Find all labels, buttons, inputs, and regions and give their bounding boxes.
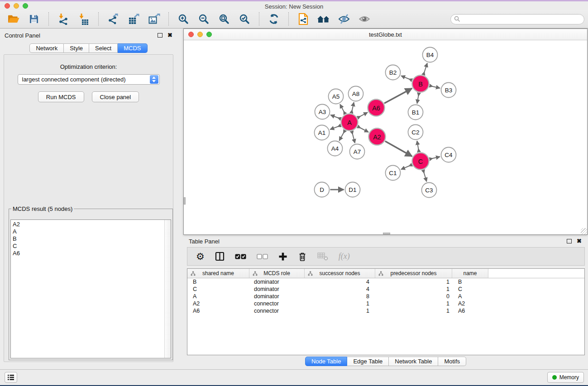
import-network-button[interactable] [56, 12, 71, 26]
table-cell[interactable]: 1 [375, 286, 452, 293]
graph-edge-A-A1[interactable] [330, 125, 341, 129]
graph-node-B2[interactable]: B2 [386, 65, 401, 80]
open-session-button[interactable] [6, 12, 21, 26]
graph-node-C1[interactable]: C1 [386, 166, 401, 181]
memory-button[interactable]: Memory [547, 372, 584, 383]
graph-node-A4[interactable]: A4 [328, 141, 343, 156]
network-canvas[interactable]: B4B2BB3A8A5A6A3B1AC2A1A2A4A7C4CC1C3DD1 [184, 40, 587, 234]
table-cell[interactable]: dominator [249, 278, 305, 286]
tab-motifs[interactable]: Motifs [438, 357, 466, 366]
graph-node-C4[interactable]: C4 [441, 148, 456, 162]
graph-edge-A-A7[interactable] [352, 131, 355, 143]
search-field[interactable] [450, 14, 584, 24]
table-row[interactable]: Adominator80A [187, 293, 584, 300]
tab-network[interactable]: Network [29, 43, 64, 53]
table-cell[interactable]: B [187, 278, 249, 286]
table-cell[interactable]: C [187, 286, 249, 293]
export-image-button[interactable] [147, 12, 161, 26]
graph-node-B4[interactable]: B4 [423, 48, 438, 62]
table-cell[interactable]: 1 [305, 300, 375, 307]
deselect-all-columns-button[interactable] [257, 254, 268, 259]
graph-node-A8[interactable]: A8 [349, 86, 363, 101]
table-cell[interactable]: connector [249, 307, 305, 315]
tab-mcds[interactable]: MCDS [118, 43, 147, 53]
graph-edge-C-C2[interactable] [417, 141, 419, 152]
export-network-button[interactable] [106, 12, 120, 26]
window-resize-grip[interactable] [581, 228, 587, 234]
new-network-from-selection-button[interactable] [296, 12, 311, 26]
table-cell[interactable]: connector [249, 300, 305, 307]
table-cell[interactable]: A2 [187, 300, 249, 307]
zoom-in-button[interactable] [176, 12, 191, 26]
table-row[interactable]: A2connector11A2 [187, 300, 584, 307]
network-window-titlebar[interactable]: testGlobe.txt [184, 29, 587, 40]
float-panel-icon[interactable] [567, 239, 572, 243]
graph-node-B1[interactable]: B1 [408, 105, 423, 120]
graph-edge-C-C3[interactable] [423, 170, 427, 182]
zoom-fit-button[interactable] [217, 12, 231, 26]
table-cell[interactable]: 1 [375, 300, 452, 307]
graph-node-D1[interactable]: D1 [345, 182, 360, 197]
table-options-button[interactable]: ⚙ [196, 252, 205, 261]
task-history-button[interactable] [5, 372, 17, 383]
table-cell[interactable]: 1 [375, 278, 452, 286]
graph-node-C2[interactable]: C2 [408, 125, 423, 140]
table-row[interactable]: Bdominator41B [187, 278, 584, 286]
splitter-grip[interactable] [184, 197, 186, 205]
mcds-result-item[interactable]: A2 [13, 221, 164, 228]
graph-edge-A-A2[interactable] [358, 127, 368, 133]
graph-edge-C-C1[interactable] [401, 165, 412, 169]
table-cell[interactable]: 4 [305, 278, 375, 286]
graph-node-A[interactable]: A [341, 114, 358, 131]
create-new-column-button[interactable] [278, 252, 287, 261]
graph-edge-C-C4[interactable] [430, 157, 440, 159]
table-cell[interactable]: dominator [249, 286, 305, 293]
column-header-name[interactable]: name [452, 269, 488, 278]
mcds-result-item[interactable]: C [13, 243, 164, 250]
graph-edge-A-A6[interactable] [358, 112, 368, 118]
tab-edge-table[interactable]: Edge Table [347, 357, 389, 366]
table-cell[interactable]: 1 [375, 307, 452, 315]
save-session-button[interactable] [27, 12, 41, 26]
import-table-button[interactable] [76, 12, 91, 26]
delete-columns-button[interactable] [298, 252, 307, 262]
table-cell[interactable]: B [452, 278, 488, 286]
mcds-result-item[interactable]: B [13, 235, 164, 243]
zoom-out-button[interactable] [196, 12, 211, 26]
mcds-result-item[interactable]: A [13, 228, 164, 235]
zoom-selected-button[interactable] [237, 12, 252, 26]
graph-node-A5[interactable]: A5 [329, 89, 344, 104]
graph-edge-A-A3[interactable] [330, 115, 341, 119]
tab-node-table[interactable]: Node Table [305, 357, 348, 366]
column-header-successor-nodes[interactable]: successor nodes [305, 269, 375, 278]
close-panel-icon[interactable]: ✖ [167, 33, 172, 38]
tab-style[interactable]: Style [64, 43, 89, 53]
refresh-layout-button[interactable] [267, 12, 281, 26]
close-panel-icon[interactable]: ✖ [577, 239, 582, 243]
table-cell[interactable]: A6 [187, 307, 249, 315]
graph-edge-B-B1[interactable] [417, 93, 419, 104]
column-header-predecessor-nodes[interactable]: predecessor nodes [375, 269, 452, 278]
graph-node-A2[interactable]: A2 [369, 129, 386, 145]
graph-edge-B-B3[interactable] [430, 86, 440, 88]
graph-edge-A-A5[interactable] [340, 104, 345, 114]
tab-network-table[interactable]: Network Table [389, 357, 438, 366]
column-header-shared-name[interactable]: shared name [187, 269, 249, 278]
criterion-select[interactable]: largest connected component (directed) [18, 74, 160, 85]
show-all-button[interactable] [357, 12, 372, 26]
run-mcds-button[interactable]: Run MCDS [38, 91, 84, 102]
export-table-button[interactable] [126, 12, 141, 26]
close-panel-button[interactable]: Close panel [92, 91, 139, 102]
graph-edge-A2-C[interactable] [385, 141, 412, 156]
graph-node-A6[interactable]: A6 [368, 100, 385, 116]
table-row[interactable]: A6connector11A6 [187, 307, 584, 315]
table-cell[interactable]: 1 [305, 307, 375, 315]
splitter-grip[interactable] [383, 233, 390, 234]
table-cell[interactable]: A6 [452, 307, 488, 315]
delete-table-button[interactable] [317, 252, 328, 261]
graph-node-B[interactable]: B [412, 76, 429, 92]
show-column-panel-button[interactable] [215, 252, 225, 261]
table-cell[interactable]: C [452, 286, 488, 293]
table-cell[interactable]: A [187, 293, 249, 300]
graph-edge-A-A8[interactable] [351, 102, 354, 113]
